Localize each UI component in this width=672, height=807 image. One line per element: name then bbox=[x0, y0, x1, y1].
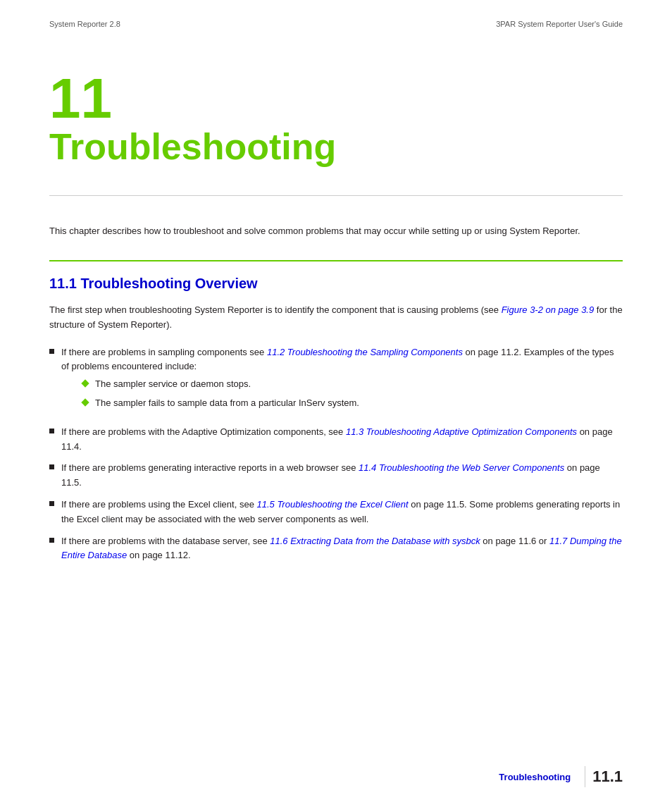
bullet-item-3: If there are problems using the Excel cl… bbox=[49, 498, 623, 527]
bullet-diamond-0-0 bbox=[81, 380, 89, 388]
sub-bullet-list-0: The sampler service or daemon stops.The … bbox=[61, 374, 623, 418]
bullet-item-0: If there are problems in sampling compon… bbox=[49, 345, 623, 418]
bullet-link-0[interactable]: 11.2 Troubleshooting the Sampling Compon… bbox=[267, 347, 463, 357]
bullet-content-3: If there are problems using the Excel cl… bbox=[61, 498, 623, 527]
chapter-title: Troubleshooting bbox=[0, 127, 672, 188]
sub-bullet-item-0-0: The sampler service or daemon stops. bbox=[82, 377, 623, 392]
bullet-item-1: If there are problems with the Adaptive … bbox=[49, 425, 623, 455]
bullet-square-3 bbox=[49, 501, 54, 506]
title-divider bbox=[49, 195, 623, 196]
intro-paragraph: This chapter describes how to troublesho… bbox=[0, 217, 672, 260]
bullet-square-2 bbox=[49, 464, 54, 469]
footer-right: Troubleshooting 11.1 bbox=[499, 766, 623, 787]
chapter-number: 11 bbox=[0, 28, 672, 127]
sub-bullet-text-0-0: The sampler service or daemon stops. bbox=[95, 377, 251, 392]
page-header: System Reporter 2.8 3PAR System Reporter… bbox=[0, 0, 672, 28]
bullet-content-4: If there are problems with the database … bbox=[61, 534, 623, 564]
bullet-square-0 bbox=[49, 349, 54, 354]
page-container: System Reporter 2.8 3PAR System Reporter… bbox=[0, 0, 672, 807]
bullet-content-0: If there are problems in sampling compon… bbox=[61, 345, 623, 418]
sub-bullet-text-0-1: The sampler fails to sample data from a … bbox=[95, 396, 359, 411]
bullet-link-4[interactable]: 11.6 Extracting Data from the Database w… bbox=[270, 536, 480, 546]
bullet-item-2: If there are problems generating interac… bbox=[49, 461, 623, 491]
section-11-1-heading: 11.1 Troubleshooting Overview bbox=[0, 276, 672, 303]
bullet-link-1[interactable]: 11.3 Troubleshooting Adaptive Optimizati… bbox=[346, 426, 577, 437]
bullet-diamond-0-1 bbox=[81, 398, 89, 406]
bullet-content-2: If there are problems generating interac… bbox=[61, 461, 623, 491]
section-intro-text: The first step when troubleshooting Syst… bbox=[49, 304, 502, 315]
section-divider bbox=[49, 260, 623, 261]
bullet-link-2[interactable]: 11.4 Troubleshooting the Web Server Comp… bbox=[359, 462, 564, 473]
footer-chapter-label: Troubleshooting bbox=[499, 772, 571, 782]
page-footer: Troubleshooting 11.1 bbox=[0, 766, 672, 787]
bullet-item-4: If there are problems with the database … bbox=[49, 534, 623, 564]
figure-3-2-link[interactable]: Figure 3-2 on page 3.9 bbox=[502, 304, 595, 315]
bullet-square-4 bbox=[49, 538, 54, 543]
bullet-content-1: If there are problems with the Adaptive … bbox=[61, 425, 623, 455]
bullet-list: If there are problems in sampling compon… bbox=[0, 340, 672, 577]
footer-page-number: 11.1 bbox=[592, 768, 623, 786]
footer-vertical-divider bbox=[585, 766, 585, 787]
sub-bullet-item-0-1: The sampler fails to sample data from a … bbox=[82, 396, 623, 411]
bullet-link-3[interactable]: 11.5 Troubleshooting the Excel Client bbox=[256, 499, 408, 510]
header-left: System Reporter 2.8 bbox=[49, 20, 120, 28]
section-11-1-intro: The first step when troubleshooting Syst… bbox=[0, 303, 672, 340]
bullet-square-1 bbox=[49, 429, 54, 433]
header-right: 3PAR System Reporter User's Guide bbox=[496, 20, 623, 28]
